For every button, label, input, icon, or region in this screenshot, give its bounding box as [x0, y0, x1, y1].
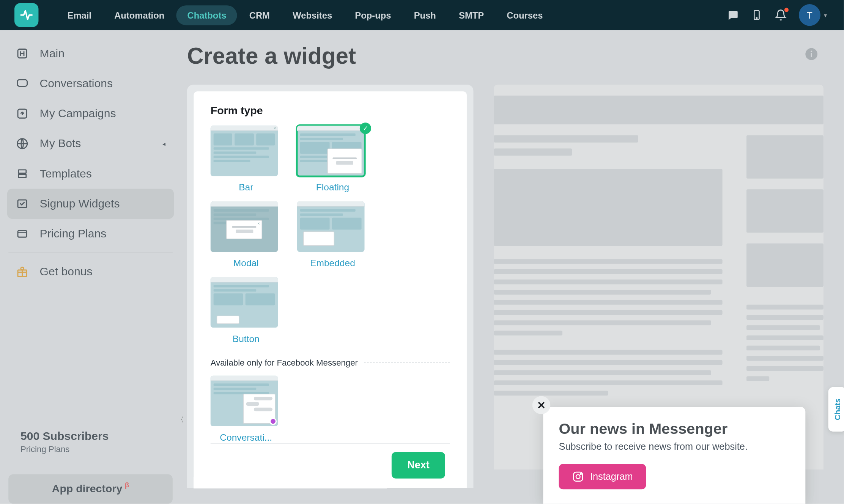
upload-icon [16, 107, 29, 120]
svg-point-1 [756, 17, 757, 19]
sidebar-item-label: My Campaigns [40, 107, 116, 120]
form-option-button[interactable]: Button [211, 277, 282, 345]
info-icon[interactable] [804, 47, 819, 61]
form-option-label: Embedded [297, 258, 368, 269]
brand-logo[interactable] [14, 3, 38, 27]
nav-courses[interactable]: Courses [496, 5, 554, 25]
top-navbar: Email Automation Chatbots CRM Websites P… [0, 0, 844, 30]
form-card-outer: Form type × Bar [187, 85, 473, 488]
close-icon[interactable]: ✕ [532, 396, 551, 415]
nav-right: T ▾ [727, 4, 827, 26]
form-heading: Form type [211, 105, 450, 117]
sidebar-item-templates[interactable]: Templates [7, 159, 174, 188]
svg-rect-6 [18, 170, 26, 173]
svg-rect-7 [18, 174, 26, 178]
sidebar-item-pricing[interactable]: Pricing Plans [7, 219, 174, 249]
sidebar-item-label: Pricing Plans [40, 227, 107, 240]
app-directory-button[interactable]: App directoryβ [8, 474, 173, 504]
instagram-label: Instagram [590, 471, 633, 482]
sidebar-item-label: Conversations [40, 77, 113, 90]
main-content: Create a widget Form type × [181, 30, 844, 504]
widgets-icon [16, 197, 29, 210]
sidebar: Main Conversations My Campaigns My Bots … [0, 30, 181, 504]
chevron-down-icon: ▾ [824, 12, 827, 18]
svg-rect-12 [811, 53, 812, 57]
check-icon: ✓ [360, 122, 371, 134]
messages-icon[interactable] [727, 9, 739, 21]
form-option-floating[interactable]: ✓ Floating [297, 126, 368, 193]
form-option-label: Bar [211, 182, 282, 193]
notification-dot [784, 8, 789, 12]
messenger-popup: ✕ Our news in Messenger Subscribe to rec… [543, 407, 805, 504]
chats-tab-label: Chats [833, 399, 842, 420]
svg-point-16 [580, 473, 581, 474]
nav-push[interactable]: Push [403, 5, 447, 25]
nav-items: Email Automation Chatbots CRM Websites P… [57, 5, 727, 25]
form-option-embedded[interactable]: Embedded [297, 201, 368, 269]
sidebar-item-bonus[interactable]: Get bonus [7, 257, 174, 287]
svg-point-13 [811, 50, 812, 52]
sidebar-item-label: Templates [40, 167, 92, 181]
form-option-label: Modal [211, 258, 282, 269]
sidebar-item-signup-widgets[interactable]: Signup Widgets [7, 189, 174, 219]
form-option-modal[interactable]: × Modal [211, 201, 282, 269]
subscriber-count: 500 Subscribers [20, 430, 169, 443]
instagram-icon [572, 471, 584, 483]
card-footer: Next [211, 443, 450, 488]
nav-crm[interactable]: CRM [238, 5, 280, 25]
page-title: Create a widget [187, 43, 820, 69]
sidebar-item-label: Main [40, 47, 65, 60]
nav-websites[interactable]: Websites [282, 5, 343, 25]
form-options: × Bar [211, 126, 450, 344]
sidebar-item-label: My Bots [40, 137, 81, 150]
divider [8, 253, 173, 253]
sidebar-item-label: Signup Widgets [40, 197, 120, 210]
sidebar-item-bots[interactable]: My Bots ◂ [7, 129, 174, 159]
sidebar-item-main[interactable]: Main [7, 38, 174, 68]
bell-icon[interactable] [775, 9, 787, 21]
messenger-subtitle: Subscribe to receive news from our websi… [559, 441, 790, 452]
form-option-label: Button [211, 334, 282, 345]
fb-only-label: Available only for Facebook Messenger [211, 358, 358, 367]
layers-icon [16, 167, 29, 181]
nav-smtp[interactable]: SMTP [448, 5, 495, 25]
form-option-bar[interactable]: × Bar [211, 126, 282, 193]
form-option-label: Floating [297, 182, 368, 193]
gift-icon [16, 265, 29, 278]
chat-icon [16, 77, 29, 90]
sidebar-item-label: Get bonus [40, 265, 93, 278]
card-icon [16, 227, 29, 240]
avatar: T [799, 4, 820, 26]
messenger-title: Our news in Messenger [559, 420, 790, 438]
nav-chatbots[interactable]: Chatbots [176, 5, 237, 25]
home-icon [16, 47, 29, 60]
user-menu[interactable]: T ▾ [799, 4, 827, 26]
svg-rect-9 [18, 231, 27, 237]
nav-automation[interactable]: Automation [104, 5, 175, 25]
mobile-icon[interactable] [751, 9, 763, 21]
beta-badge: β [125, 481, 129, 489]
chats-tab[interactable]: Chats [828, 387, 844, 432]
svg-point-15 [576, 475, 580, 479]
form-option-label: Conversati... [211, 432, 282, 443]
sidebar-item-campaigns[interactable]: My Campaigns [7, 99, 174, 129]
app-directory-label: App directory [52, 483, 122, 495]
nav-popups[interactable]: Pop-ups [344, 5, 402, 25]
subscriber-sub[interactable]: Pricing Plans [20, 444, 169, 454]
form-option-conversation[interactable]: Conversati... [211, 376, 282, 443]
globe-icon [16, 137, 29, 150]
next-button[interactable]: Next [392, 452, 445, 479]
sidebar-item-conversations[interactable]: Conversations [7, 69, 174, 99]
nav-email[interactable]: Email [57, 5, 102, 25]
form-card: Form type × Bar [194, 91, 467, 488]
fb-only-divider: Available only for Facebook Messenger [211, 358, 450, 367]
chevron-left-icon: ◂ [162, 140, 165, 147]
instagram-button[interactable]: Instagram [559, 464, 646, 490]
